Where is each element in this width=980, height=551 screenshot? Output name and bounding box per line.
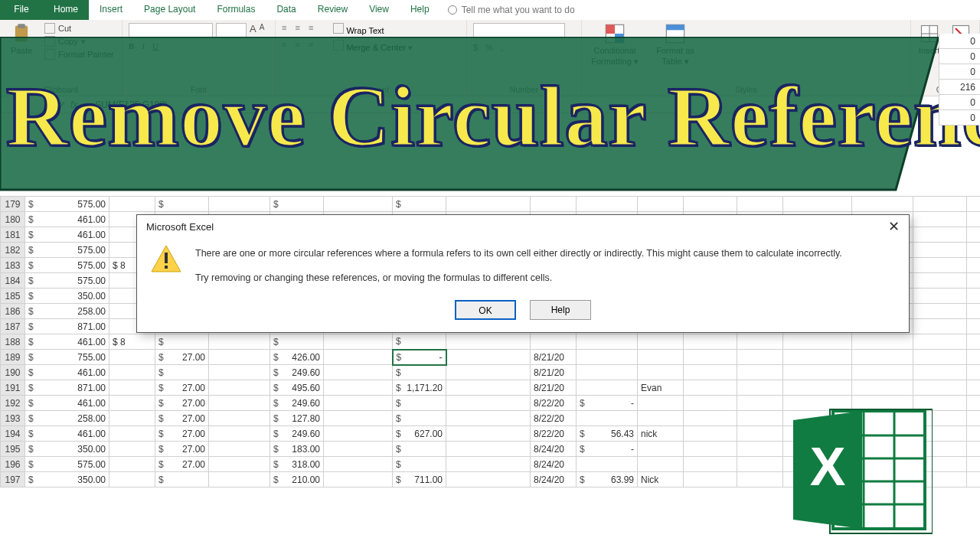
cell[interactable] bbox=[967, 197, 981, 212]
cell[interactable]: 8/22/20 bbox=[531, 426, 577, 442]
cell[interactable] bbox=[109, 350, 155, 365]
align-buttons[interactable]: ≡ ≡ ≡ bbox=[282, 23, 316, 35]
cell[interactable]: 127.80 bbox=[270, 411, 324, 426]
cell[interactable]: 461.00 bbox=[25, 426, 109, 442]
cell[interactable] bbox=[531, 334, 577, 350]
cell[interactable]: 182 bbox=[1, 243, 25, 258]
dialog-ok-button[interactable]: OK bbox=[455, 300, 516, 320]
cell[interactable] bbox=[913, 289, 967, 304]
dialog-help-button[interactable]: Help bbox=[530, 300, 591, 320]
cancel-formula-button[interactable]: ✕ bbox=[46, 99, 54, 110]
number-format-select[interactable] bbox=[473, 23, 565, 38]
cell[interactable]: 426.00 bbox=[270, 350, 324, 365]
tab-help[interactable]: Help bbox=[400, 0, 440, 20]
format-as-table-button[interactable]: Format as Table ▾ bbox=[652, 23, 698, 67]
font-family-select[interactable] bbox=[129, 23, 213, 38]
cell[interactable] bbox=[638, 197, 684, 212]
cell[interactable] bbox=[967, 396, 981, 411]
cell[interactable] bbox=[209, 365, 270, 380]
tab-view[interactable]: View bbox=[358, 0, 400, 20]
cell[interactable] bbox=[109, 411, 155, 426]
cell[interactable] bbox=[109, 396, 155, 411]
tab-home[interactable]: Home bbox=[43, 0, 89, 20]
cell[interactable] bbox=[967, 411, 981, 426]
cell[interactable]: 461.00 bbox=[25, 365, 109, 380]
cell[interactable]: 56.43 bbox=[577, 426, 638, 442]
cell[interactable]: 350.00 bbox=[25, 472, 109, 487]
cell[interactable] bbox=[852, 197, 913, 212]
cell[interactable] bbox=[446, 411, 531, 426]
cell[interactable] bbox=[324, 396, 393, 411]
cell[interactable] bbox=[967, 319, 981, 334]
cell[interactable]: 0 bbox=[939, 95, 980, 110]
format-painter-button[interactable]: Format Painter bbox=[44, 49, 114, 60]
conditional-formatting-button[interactable]: Conditional Formatting ▾ bbox=[588, 23, 642, 67]
cell[interactable]: 8/22/20 bbox=[531, 396, 577, 411]
cell[interactable] bbox=[684, 472, 737, 487]
bold-button[interactable]: B bbox=[129, 41, 134, 51]
cell[interactable] bbox=[109, 442, 155, 457]
cell[interactable] bbox=[737, 334, 783, 350]
cell[interactable] bbox=[913, 334, 967, 350]
cell[interactable] bbox=[446, 442, 531, 457]
cell[interactable]: 180 bbox=[1, 212, 25, 227]
tell-me-search[interactable]: Tell me what you want to do bbox=[440, 0, 583, 20]
cell[interactable] bbox=[783, 365, 852, 380]
cell[interactable] bbox=[324, 197, 393, 212]
cell[interactable] bbox=[209, 380, 270, 396]
cell[interactable] bbox=[209, 442, 270, 457]
cell[interactable] bbox=[852, 365, 913, 380]
cell[interactable] bbox=[852, 380, 913, 396]
cell[interactable]: 350.00 bbox=[25, 289, 109, 304]
cell[interactable]: 187 bbox=[1, 319, 25, 334]
cell[interactable] bbox=[967, 442, 981, 457]
cell[interactable] bbox=[967, 350, 981, 365]
cell[interactable] bbox=[109, 472, 155, 487]
cell[interactable] bbox=[324, 365, 393, 380]
cell[interactable]: 575.00 bbox=[25, 273, 109, 289]
cell[interactable] bbox=[109, 197, 155, 212]
table-row[interactable]: 188461.00$ 8 bbox=[1, 334, 981, 350]
cell[interactable] bbox=[109, 457, 155, 472]
cell[interactable]: 461.00 bbox=[25, 227, 109, 243]
cell[interactable] bbox=[209, 396, 270, 411]
dialog-close-button[interactable]: ✕ bbox=[888, 221, 900, 233]
cell[interactable]: 27.00 bbox=[155, 396, 209, 411]
cell[interactable] bbox=[967, 243, 981, 258]
cell[interactable] bbox=[737, 396, 783, 411]
cell[interactable] bbox=[446, 380, 531, 396]
cell[interactable] bbox=[638, 411, 684, 426]
cell[interactable] bbox=[967, 258, 981, 273]
cell[interactable] bbox=[324, 350, 393, 365]
cell[interactable]: 40971 bbox=[967, 472, 981, 487]
cell[interactable] bbox=[684, 197, 737, 212]
italic-button[interactable]: I bbox=[142, 41, 145, 51]
cell[interactable]: 258.00 bbox=[25, 411, 109, 426]
cell[interactable] bbox=[684, 411, 737, 426]
cell[interactable]: 195 bbox=[1, 442, 25, 457]
cell[interactable] bbox=[913, 319, 967, 334]
cell[interactable]: 188 bbox=[1, 334, 25, 350]
cell[interactable] bbox=[393, 365, 446, 380]
wrap-text-button[interactable]: Wrap Text bbox=[333, 23, 384, 35]
cell[interactable] bbox=[913, 304, 967, 319]
cell[interactable]: 183.00 bbox=[270, 442, 324, 457]
copy-button[interactable]: Copy bbox=[44, 36, 114, 47]
formula-input[interactable]: =SUM(F135:G189) bbox=[85, 99, 980, 110]
cell[interactable] bbox=[638, 365, 684, 380]
cell[interactable]: 495.60 bbox=[270, 380, 324, 396]
cell[interactable]: 27.00 bbox=[155, 380, 209, 396]
cell[interactable] bbox=[684, 426, 737, 442]
tab-insert[interactable]: Insert bbox=[89, 0, 133, 20]
cell[interactable]: 27.00 bbox=[155, 411, 209, 426]
cell[interactable] bbox=[967, 380, 981, 396]
cell[interactable] bbox=[577, 380, 638, 396]
cell[interactable] bbox=[967, 334, 981, 350]
paste-button[interactable]: Paste bbox=[6, 23, 37, 55]
cell[interactable] bbox=[967, 289, 981, 304]
cell[interactable] bbox=[913, 350, 967, 365]
cell[interactable]: 8/24/20 bbox=[531, 442, 577, 457]
cell[interactable] bbox=[446, 197, 531, 212]
cell[interactable] bbox=[155, 472, 209, 487]
cell[interactable]: 216 bbox=[939, 80, 980, 95]
